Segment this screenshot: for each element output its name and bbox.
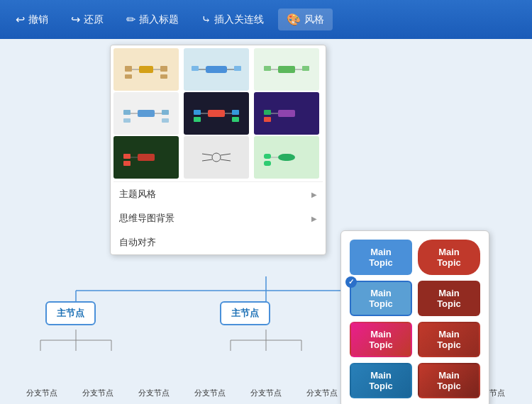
topic-style-btn-5[interactable]: Main Topic (350, 322, 412, 357)
svg-rect-29 (194, 117, 201, 122)
style-grid[interactable] (111, 45, 326, 181)
toolbar: ↩ 撤销 ↪ 还原 ✏ 插入标题 ⤷ 插入关连线 🎨 风格 (0, 0, 532, 39)
style-thumb-2[interactable] (184, 48, 249, 91)
svg-rect-23 (162, 118, 169, 123)
svg-rect-20 (123, 110, 131, 115)
style-thumb-7[interactable] (113, 136, 179, 179)
chevron-right-icon: ▶ (311, 191, 317, 198)
branch-node-1: 分支节点 (26, 388, 57, 398)
svg-rect-10 (192, 66, 199, 71)
svg-rect-34 (264, 117, 271, 122)
svg-rect-47 (264, 161, 271, 166)
svg-line-43 (221, 159, 231, 161)
branch-node-6: 分支节点 (306, 388, 338, 398)
svg-rect-16 (302, 66, 309, 71)
topic-style-btn-1[interactable]: Main Topic (350, 240, 412, 275)
svg-line-41 (202, 159, 212, 161)
svg-rect-37 (123, 154, 131, 159)
topic-style-btn-4[interactable]: Main Topic (418, 281, 480, 316)
style-thumb-5[interactable] (184, 92, 249, 135)
svg-rect-27 (194, 110, 201, 115)
topic-style-btn-6[interactable]: Main Topic (418, 322, 480, 357)
insert-title-icon: ✏ (126, 13, 135, 26)
svg-rect-3 (125, 66, 132, 72)
style-thumb-8[interactable] (184, 136, 249, 179)
insert-link-icon: ⤷ (201, 13, 211, 26)
svg-rect-15 (264, 66, 271, 71)
svg-rect-12 (278, 66, 295, 73)
style-thumb-6[interactable] (254, 92, 319, 135)
insert-title-button[interactable]: ✏ 插入标题 (118, 9, 187, 30)
svg-rect-7 (206, 66, 227, 73)
menu-item-auto-align[interactable]: 自动对齐 (111, 230, 326, 254)
topic-style-btn-8[interactable]: Main Topic (418, 363, 480, 398)
svg-rect-35 (138, 154, 155, 161)
svg-rect-11 (234, 66, 241, 71)
style-thumb-1[interactable] (113, 48, 179, 91)
undo-button[interactable]: ↩ 撤销 (7, 9, 57, 30)
style-button[interactable]: 🎨 风格 (278, 9, 333, 30)
svg-rect-21 (162, 110, 169, 115)
svg-rect-4 (160, 66, 167, 72)
svg-point-39 (212, 153, 221, 162)
branch-node-5: 分支节点 (250, 388, 282, 398)
svg-rect-6 (160, 74, 167, 79)
svg-rect-44 (278, 154, 295, 161)
main-node-center[interactable]: 主节点 (220, 301, 270, 325)
redo-button[interactable]: ↪ 还原 (62, 9, 112, 30)
chevron-right-icon-2: ▶ (311, 215, 317, 223)
menu-item-mindmap-bg[interactable]: 思维导图背景 ▶ (111, 206, 326, 230)
svg-rect-33 (264, 110, 271, 115)
canvas-area: 主题风格 ▶ 思维导图背景 ▶ 自动对齐 Main Topic Main Top… (0, 39, 532, 404)
style-icon: 🎨 (287, 13, 301, 26)
style-panel: 主题风格 ▶ 思维导图背景 ▶ 自动对齐 (110, 45, 326, 255)
menu-item-theme-style[interactable]: 主题风格 ▶ (111, 182, 326, 206)
svg-rect-0 (139, 66, 153, 73)
undo-icon: ↩ (16, 13, 25, 26)
svg-rect-38 (123, 161, 131, 166)
svg-rect-5 (125, 74, 132, 79)
main-node-left[interactable]: 主节点 (45, 301, 96, 325)
redo-icon: ↪ (71, 13, 80, 26)
svg-rect-24 (208, 110, 225, 117)
style-thumb-9[interactable] (254, 136, 319, 179)
svg-rect-30 (232, 117, 239, 122)
svg-line-42 (221, 154, 231, 155)
branch-node-3: 分支节点 (138, 388, 170, 398)
topic-style-btn-3[interactable]: Main Topic (350, 281, 412, 316)
svg-rect-31 (278, 110, 295, 117)
svg-rect-28 (232, 110, 239, 115)
style-thumb-3[interactable] (254, 48, 319, 91)
branch-node-2: 分支节点 (82, 388, 113, 398)
style-thumb-4[interactable] (113, 92, 179, 135)
branch-node-4: 分支节点 (194, 388, 226, 398)
svg-rect-22 (123, 118, 131, 123)
insert-link-button[interactable]: ⤷ 插入关连线 (193, 9, 272, 30)
topic-style-btn-7[interactable]: Main Topic (350, 363, 412, 398)
topic-style-btn-2[interactable]: Main Topic (418, 240, 480, 275)
svg-line-40 (202, 154, 212, 155)
svg-rect-17 (138, 110, 155, 117)
svg-rect-46 (264, 154, 271, 159)
topic-style-panel: Main Topic Main Topic Main Topic Main To… (340, 230, 489, 404)
